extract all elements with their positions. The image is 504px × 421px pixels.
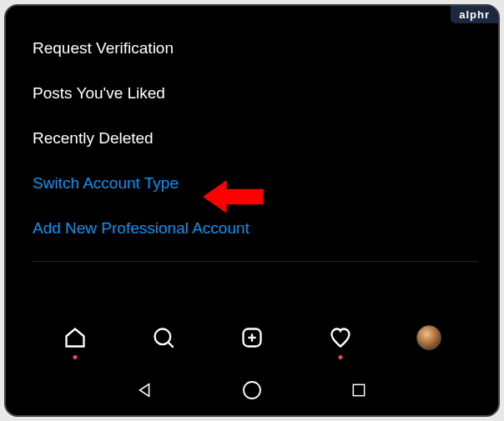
svg-marker-0: [202, 179, 264, 214]
nav-search[interactable]: [150, 324, 177, 351]
system-home-button[interactable]: [240, 378, 264, 402]
separator: [33, 261, 478, 262]
svg-line-2: [169, 343, 174, 348]
svg-marker-6: [140, 384, 149, 397]
android-system-nav: [6, 365, 498, 415]
recents-icon: [350, 382, 367, 398]
nav-create[interactable]: [239, 324, 265, 351]
system-back-button[interactable]: [134, 378, 157, 402]
settings-list: Request Verification Posts You've Liked …: [6, 6, 498, 262]
watermark-badge: alphr: [451, 6, 498, 23]
nav-profile[interactable]: [416, 324, 442, 351]
recently-deleted-item[interactable]: Recently Deleted: [33, 116, 478, 161]
home-icon: [63, 326, 87, 349]
profile-avatar: [416, 325, 441, 350]
posts-liked-item[interactable]: Posts You've Liked: [33, 71, 478, 116]
svg-rect-8: [353, 384, 364, 395]
notification-dot: [73, 355, 78, 359]
phone-screen: alphr Request Verification Posts You've …: [4, 4, 500, 417]
search-icon: [152, 326, 175, 349]
back-icon: [136, 381, 154, 399]
activity-icon: [329, 326, 352, 349]
create-icon: [240, 326, 264, 349]
home-circle-icon: [242, 380, 262, 400]
request-verification-item[interactable]: Request Verification: [33, 26, 478, 71]
notification-dot: [339, 355, 343, 359]
red-arrow-annotation: [200, 176, 267, 218]
nav-activity[interactable]: [327, 324, 354, 351]
svg-point-7: [244, 382, 260, 398]
system-recents-button[interactable]: [347, 378, 370, 402]
svg-point-1: [155, 329, 171, 345]
nav-home[interactable]: [62, 324, 88, 351]
instagram-bottom-nav: [6, 315, 498, 360]
